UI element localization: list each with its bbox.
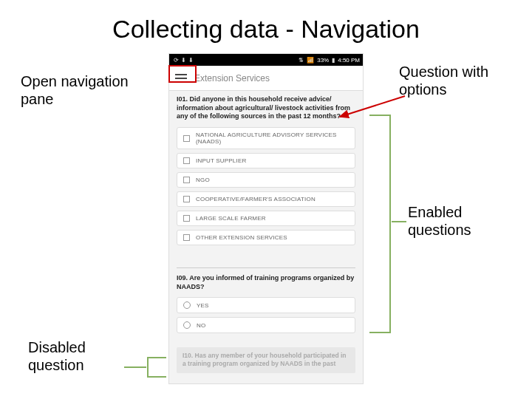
phone-screenshot: ⟳ ⬇ ⬇ ⇅ 📶 33% ▮ 4:50 PM Extension Servic… [168,53,364,384]
option-label: YES [197,302,209,309]
question-3-disabled: I10. Has any member of your household pa… [177,347,355,372]
phone-content: I01. Did anyone in this household receiv… [169,91,363,381]
app-bar: Extension Services [169,66,363,91]
option-label: COOPERATIVE/FARMER'S ASSOCIATION [196,196,316,202]
question-1-options: NATIONAL AGRICULTURE ADVISORY SERVICES (… [177,127,355,245]
option-row[interactable]: YES [177,297,355,313]
signal-icon: 📶 [307,57,314,64]
download-icon: ⬇ [181,57,186,64]
battery-icon: ▮ [332,57,335,64]
hamburger-icon[interactable] [175,74,187,83]
checkbox-icon[interactable] [183,215,190,222]
option-label: INPUT SUPPLIER [196,157,246,164]
battery-pct: 33% [317,57,329,64]
checkbox-icon[interactable] [183,234,190,241]
checkbox-icon[interactable] [183,196,190,202]
option-label: NATIONAL AGRICULTURE ADVISORY SERVICES (… [196,132,349,145]
download-icon: ⬇ [188,57,194,64]
status-time: 4:50 PM [338,57,360,64]
slide-title: Collecting data - Navigation [0,15,532,44]
question-3-text: I10. Has any member of your household pa… [183,352,349,368]
annotation-disabled: Disabled question [28,338,139,374]
question-1-text: I01. Did anyone in this household receiv… [177,95,355,121]
annotation-enabled: Enabled questions [408,203,519,239]
option-label: NO [197,322,205,329]
option-label: NGO [196,177,210,183]
annotation-question-options: Question with options [399,63,517,98]
checkbox-icon[interactable] [183,157,190,164]
option-row[interactable]: INPUT SUPPLIER [177,153,355,168]
status-bar: ⟳ ⬇ ⬇ ⇅ 📶 33% ▮ 4:50 PM [169,54,363,66]
checkbox-icon[interactable] [183,177,190,183]
option-row[interactable]: NATIONAL AGRICULTURE ADVISORY SERVICES (… [177,127,355,149]
radio-icon[interactable] [183,321,191,329]
question-2-text: I09. Are you informed of training progra… [177,274,355,291]
divider [177,267,355,268]
radio-icon[interactable] [183,301,191,309]
option-row[interactable]: OTHER EXTENSION SERVICES [177,230,355,245]
option-label: LARGE SCALE FARMER [196,215,266,222]
option-row[interactable]: COOPERATIVE/FARMER'S ASSOCIATION [177,191,355,207]
annotation-open-nav: Open navigation pane [21,72,139,108]
option-row[interactable]: NO [177,317,355,333]
appbar-title: Extension Services [194,73,270,83]
option-row[interactable]: NGO [177,172,355,188]
question-2-options: YES NO [177,297,355,333]
sync-icon: ⟳ [174,57,179,64]
wifi-icon: ⇅ [299,57,304,64]
option-row[interactable]: LARGE SCALE FARMER [177,211,355,226]
checkbox-icon[interactable] [183,135,190,142]
option-label: OTHER EXTENSION SERVICES [196,234,287,241]
